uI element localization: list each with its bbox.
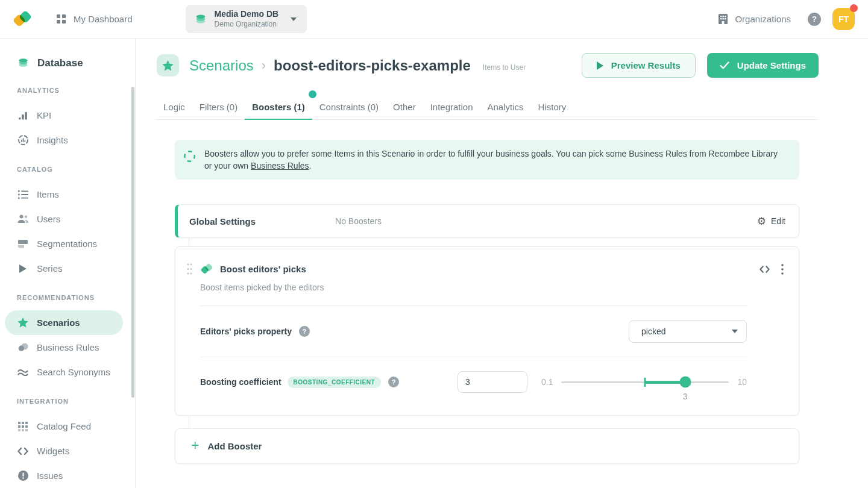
- tab-other[interactable]: Other: [386, 95, 423, 119]
- sidebar-item-search-synonyms[interactable]: Search Synonyms: [0, 360, 135, 384]
- main-content: Scenarios › boost-editors-picks-example …: [136, 39, 868, 464]
- boosters-info-banner: Boosters allow you to prefer some Items …: [175, 140, 799, 180]
- sidebar-item-widgets[interactable]: Widgets: [0, 439, 135, 463]
- chevron-down-icon: [732, 330, 738, 333]
- tab-logic[interactable]: Logic: [156, 95, 192, 119]
- recombee-logo-icon[interactable]: [12, 9, 33, 29]
- organizations-link[interactable]: Organizations: [718, 14, 791, 24]
- slider-min-label: 0.1: [541, 377, 553, 387]
- tab-boosters[interactable]: Boosters (1): [245, 95, 312, 119]
- slider-max-label: 10: [737, 377, 747, 387]
- question-mark-icon: ?: [812, 14, 817, 23]
- business-rules-link[interactable]: Business Rules: [251, 161, 309, 170]
- property-row-label: Editors' picks property: [200, 327, 292, 336]
- my-dashboard-label: My Dashboard: [74, 14, 133, 24]
- organizations-label: Organizations: [735, 14, 791, 24]
- code-icon: [17, 448, 29, 455]
- sidebar-item-series[interactable]: Series: [0, 256, 135, 281]
- section-analytics: ANALYTICS: [0, 78, 135, 103]
- code-icon: [760, 266, 770, 273]
- tab-analytics[interactable]: Analytics: [480, 95, 531, 119]
- page-title: boost-editors-picks-example: [274, 57, 471, 74]
- kpi-icon: [17, 111, 29, 120]
- sidebar-item-business-rules[interactable]: Business Rules: [0, 335, 135, 360]
- sidebar-item-users[interactable]: Users: [0, 207, 135, 231]
- banner-text: Boosters allow you to prefer some Items …: [204, 148, 787, 172]
- coefficient-badge: BOOSTING_COEFFICIENT: [288, 377, 382, 388]
- booster-card: Boost editors' picks Boost items picked …: [175, 246, 799, 416]
- building-icon: [718, 14, 728, 24]
- help-button[interactable]: ?: [808, 13, 821, 26]
- avatar[interactable]: FT: [832, 8, 855, 30]
- my-dashboard-link[interactable]: My Dashboard: [57, 14, 133, 24]
- sidebar-item-items[interactable]: Items: [0, 182, 135, 207]
- drag-handle[interactable]: [179, 263, 200, 275]
- drag-dots-icon: [187, 263, 192, 275]
- slider-default-tick: [644, 378, 646, 387]
- scenario-star-badge: [157, 54, 179, 77]
- tab-filters[interactable]: Filters (0): [192, 95, 245, 119]
- sidebar-item-label: Items: [37, 189, 59, 199]
- preview-results-label: Preview Results: [611, 60, 681, 70]
- checkmark-icon: [720, 61, 729, 69]
- recombee-booster-icon: [200, 263, 213, 275]
- tab-integration[interactable]: Integration: [423, 95, 480, 119]
- connector-line: [189, 238, 189, 246]
- property-select[interactable]: picked: [629, 320, 747, 343]
- preview-results-button[interactable]: Preview Results: [582, 53, 696, 78]
- global-settings-card: Global Settings No Boosters ⚙ Edit: [175, 204, 799, 238]
- database-selector[interactable]: Media Demo DB Demo Organization: [186, 5, 307, 33]
- breadcrumb-scenarios-link[interactable]: Scenarios: [189, 57, 254, 74]
- sidebar-item-kpi[interactable]: KPI: [0, 103, 135, 128]
- coefficient-row-label: Boosting coefficient: [200, 377, 281, 387]
- list-icon: [17, 190, 29, 199]
- database-name: Media Demo DB: [215, 9, 279, 20]
- sidebar-database-header[interactable]: Database: [0, 51, 135, 75]
- avatar-initials: FT: [838, 14, 849, 24]
- database-icon: [194, 13, 207, 26]
- sidebar-item-segmentations[interactable]: Segmentations: [0, 231, 135, 256]
- property-help-button[interactable]: ?: [299, 326, 310, 337]
- sidebar-item-label: Catalog Feed: [37, 421, 91, 431]
- breadcrumb-separator: ›: [262, 58, 266, 74]
- update-settings-button[interactable]: Update Settings: [707, 53, 819, 78]
- edit-global-settings-button[interactable]: ⚙ Edit: [757, 216, 785, 227]
- kebab-menu-icon: [781, 264, 784, 275]
- coefficient-row: Boosting coefficient BOOSTING_COEFFICIEN…: [175, 357, 799, 415]
- add-booster-button[interactable]: + Add Booster: [175, 428, 799, 464]
- sidebar-item-catalog-feed[interactable]: Catalog Feed: [0, 414, 135, 439]
- coefficient-help-button[interactable]: ?: [388, 377, 399, 387]
- coefficient-slider[interactable]: 3: [561, 381, 729, 383]
- breadcrumb: Scenarios › boost-editors-picks-example …: [189, 57, 526, 74]
- rules-icon: [17, 343, 29, 352]
- tab-history[interactable]: History: [531, 95, 574, 119]
- database-icon: [17, 57, 30, 69]
- info-dashed-circle-icon: [183, 150, 196, 163]
- sidebar-item-scenarios[interactable]: Scenarios: [5, 310, 123, 335]
- sidebar-item-label: Widgets: [37, 446, 69, 456]
- sidebar-item-label: KPI: [37, 110, 51, 120]
- users-icon: [17, 214, 29, 224]
- play-icon: [597, 61, 603, 70]
- section-integration: INTEGRATION: [0, 389, 135, 414]
- organization-name: Demo Organization: [215, 20, 279, 29]
- tab-constraints[interactable]: Constraints (0): [312, 95, 386, 119]
- slider-value-label: 3: [683, 392, 688, 401]
- property-row: Editors' picks property ? picked: [175, 306, 799, 357]
- sidebar-item-insights[interactable]: Insights: [0, 128, 135, 152]
- sidebar-item-label: Business Rules: [37, 342, 99, 352]
- add-booster-label: Add Booster: [207, 441, 262, 451]
- question-mark-icon: ?: [303, 328, 307, 335]
- booster-description: Boost items picked by the editors: [175, 283, 799, 292]
- chevron-down-icon: [291, 17, 297, 21]
- segments-icon: [17, 240, 29, 248]
- coefficient-input[interactable]: [458, 371, 527, 393]
- booster-menu-button[interactable]: [781, 264, 784, 275]
- sidebar-scrollbar[interactable]: [131, 87, 134, 398]
- view-code-button[interactable]: [760, 266, 770, 273]
- tab-boosters-label: Boosters (1): [252, 102, 305, 112]
- sidebar-item-issues[interactable]: Issues: [0, 463, 135, 488]
- slider-thumb[interactable]: [679, 377, 691, 388]
- sidebar-item-label: Scenarios: [37, 318, 80, 328]
- sidebar-item-label: Series: [37, 263, 63, 274]
